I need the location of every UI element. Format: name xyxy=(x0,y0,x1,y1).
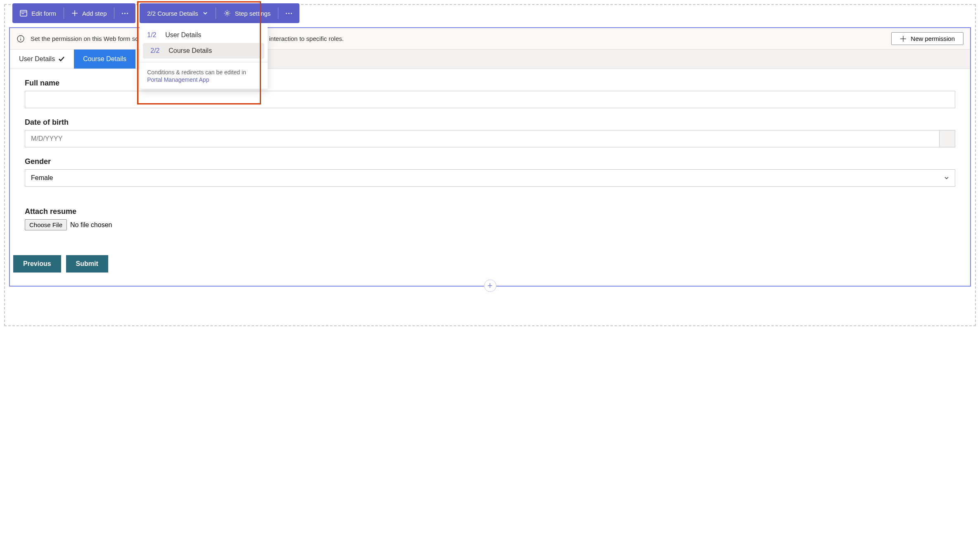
ellipsis-icon xyxy=(122,13,128,14)
toolbar-primary: Edit form Add step xyxy=(12,3,135,23)
field-attach-resume: Attach resume Choose File No file chosen xyxy=(25,207,955,230)
dropdown-footer: Conditions & redirects can be edited in … xyxy=(140,66,268,85)
step-selector-button[interactable]: 2/2 Course Details xyxy=(140,3,215,23)
edit-form-label: Edit form xyxy=(31,10,56,17)
full-name-input[interactable] xyxy=(25,91,955,108)
field-date-of-birth: Date of birth xyxy=(25,118,955,147)
form-body: Full name Date of birth Gender xyxy=(10,69,970,286)
portal-management-link[interactable]: Portal Management App xyxy=(147,76,209,83)
gender-label: Gender xyxy=(25,157,955,166)
gender-select[interactable] xyxy=(25,169,955,187)
form-canvas-outline: Edit form Add step 2/2 Course Details xyxy=(4,4,976,326)
plus-icon xyxy=(900,36,906,42)
svg-point-5 xyxy=(226,12,228,14)
form-button-row: Previous Submit xyxy=(13,255,955,282)
gear-icon xyxy=(223,9,231,17)
info-icon xyxy=(17,35,25,43)
step-settings-button[interactable]: Step settings xyxy=(216,3,278,23)
step-option-user-details[interactable]: 1/2 User Details xyxy=(140,27,268,43)
step-option-course-details[interactable]: 2/2 Course Details xyxy=(143,43,264,59)
tab-label: Course Details xyxy=(83,55,126,63)
footer-text: Conditions & redirects can be edited in xyxy=(147,69,246,76)
step-settings-label: Step settings xyxy=(235,10,271,17)
toolbar-secondary: 2/2 Course Details Ste xyxy=(140,3,299,23)
step-index: 2/2 xyxy=(150,47,162,55)
dob-label: Date of birth xyxy=(25,118,955,127)
edit-form-button[interactable]: Edit form xyxy=(12,3,64,23)
tab-course-details[interactable]: Course Details xyxy=(74,50,135,69)
svg-point-8 xyxy=(20,37,21,38)
svg-rect-0 xyxy=(20,10,27,16)
step-label: Course Details xyxy=(168,47,212,55)
check-icon xyxy=(58,56,65,62)
step-label: User Details xyxy=(165,31,201,39)
step-dropdown-panel: 1/2 User Details 2/2 Course Details Cond… xyxy=(140,23,268,89)
plus-icon xyxy=(71,10,78,17)
more-actions-secondary[interactable] xyxy=(278,3,299,23)
form-icon xyxy=(20,9,27,17)
file-status-text: No file chosen xyxy=(70,221,112,229)
previous-button[interactable]: Previous xyxy=(13,255,61,273)
tab-user-details[interactable]: User Details xyxy=(10,50,74,69)
tab-label: User Details xyxy=(19,55,55,63)
plus-icon: + xyxy=(487,281,493,290)
divider xyxy=(140,62,268,62)
step-indicator-label: 2/2 Course Details xyxy=(147,10,198,17)
resume-label: Attach resume xyxy=(25,207,955,216)
dob-input[interactable] xyxy=(25,130,939,147)
submit-button[interactable]: Submit xyxy=(66,255,108,273)
more-actions-primary[interactable] xyxy=(114,3,135,23)
add-section-button[interactable]: + xyxy=(484,280,496,292)
field-gender: Gender xyxy=(25,157,955,187)
choose-file-button[interactable]: Choose File xyxy=(25,219,67,230)
chevron-down-icon xyxy=(202,10,208,16)
new-permission-label: New permission xyxy=(911,35,955,42)
date-picker-button[interactable] xyxy=(939,130,955,147)
new-permission-button[interactable]: New permission xyxy=(891,32,963,45)
step-index: 1/2 xyxy=(147,31,159,39)
add-step-button[interactable]: Add step xyxy=(64,3,114,23)
add-step-label: Add step xyxy=(82,10,107,17)
ellipsis-icon xyxy=(286,13,292,14)
